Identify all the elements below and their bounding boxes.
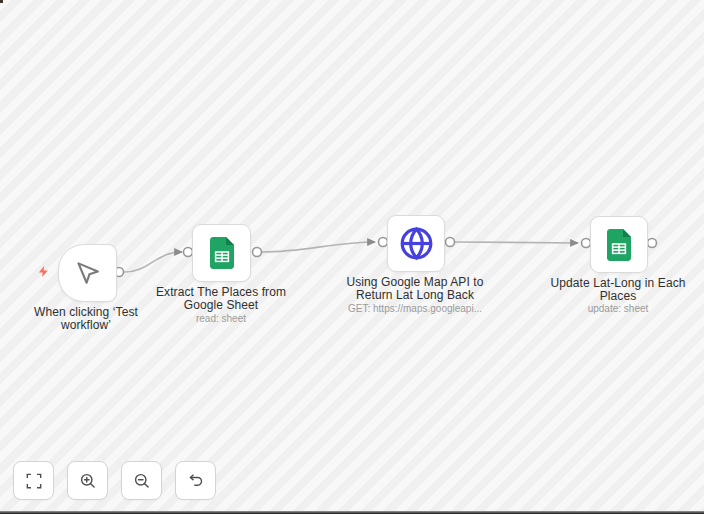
canvas-toolbar — [13, 461, 216, 500]
lightning-bolt-icon — [37, 264, 50, 279]
node-label-http-request: Using Google Map API to Return Lat Long … — [320, 276, 510, 302]
edge-sheets-read-to-http[interactable] — [262, 242, 375, 252]
google-sheets-icon — [210, 237, 234, 269]
zoom-out-icon — [132, 471, 152, 491]
edge-http-to-sheets-update[interactable] — [455, 242, 578, 243]
output-port-sheets-read[interactable] — [253, 248, 262, 257]
edge-trigger-to-sheets-read[interactable] — [124, 252, 182, 272]
node-google-sheets-read[interactable] — [192, 224, 251, 282]
zoom-out-button[interactable] — [121, 461, 162, 500]
fit-view-icon — [24, 471, 44, 491]
zoom-to-fit-button[interactable] — [13, 461, 54, 500]
node-label-google-sheets-update: Update Lat-Long in Each Places — [523, 277, 704, 303]
node-subtitle-google-sheets-read: read: sheet — [126, 313, 316, 324]
google-sheets-icon — [607, 229, 631, 261]
node-google-sheets-update[interactable] — [590, 216, 648, 273]
output-port-http[interactable] — [446, 238, 455, 247]
workflow-canvas[interactable]: When clicking ‘Test workflow’ Extract Th… — [0, 0, 704, 514]
node-http-request[interactable] — [387, 215, 445, 272]
zoom-in-button[interactable] — [67, 461, 108, 500]
node-subtitle-google-sheets-update: update: sheet — [523, 303, 704, 314]
zoom-in-icon — [78, 471, 98, 491]
node-subtitle-http-request: GET: https://maps.googleapi... — [320, 303, 510, 314]
output-port-sheets-update[interactable] — [648, 239, 657, 248]
node-label-google-sheets-read: Extract The Places from Google Sheet — [126, 286, 316, 312]
cursor-icon — [74, 260, 101, 287]
node-manual-trigger[interactable] — [58, 244, 117, 302]
undo-arrow-icon — [186, 471, 206, 491]
reset-zoom-button[interactable] — [175, 461, 216, 500]
globe-icon — [399, 226, 434, 261]
